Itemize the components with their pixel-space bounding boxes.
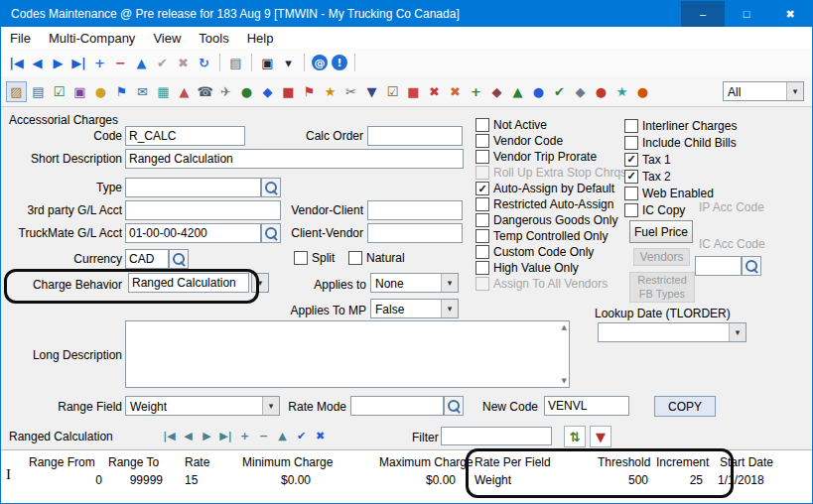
last-record-icon[interactable]: ▶| <box>69 54 88 72</box>
checkbox-tax-2[interactable]: ✓Tax 2 <box>624 168 737 185</box>
grid-cancel-icon[interactable]: ✖ <box>312 427 329 444</box>
checkbox-restricted-auto-assign[interactable]: Restricted Auto-Assign <box>475 196 626 212</box>
applies-to-dropdown[interactable]: None ▾ <box>370 273 459 293</box>
app-icon-3[interactable]: ☑ <box>50 82 68 101</box>
truckmate-gl-input[interactable] <box>125 223 261 243</box>
checkbox-interliner-charges[interactable]: Interliner Charges <box>624 117 737 134</box>
print-icon[interactable]: ▤ <box>226 54 245 72</box>
fuel-price-button[interactable]: Fuel Price <box>629 220 693 243</box>
app-icon-26[interactable]: ● <box>529 82 548 101</box>
app-icon-22[interactable]: ✖ <box>446 82 465 101</box>
split-checkbox[interactable]: Split <box>294 250 335 266</box>
long-description-textarea[interactable]: ▲ ▼ <box>125 320 570 388</box>
maximize-button[interactable]: □ <box>725 1 768 27</box>
app-icon-30[interactable]: ★ <box>612 82 631 101</box>
app-icon-9[interactable]: ▲ <box>175 82 194 101</box>
app-icon-11[interactable]: ✈ <box>216 82 235 101</box>
checkbox-vendor-trip-prorate[interactable]: Vendor Trip Prorate <box>475 149 626 165</box>
app-icon-25[interactable]: ▲ <box>508 82 527 101</box>
refresh-icon[interactable]: ↻ <box>195 54 213 72</box>
col-header-range-from[interactable]: Range From <box>29 455 95 469</box>
menu-help[interactable]: Help <box>238 28 283 49</box>
app-icon-5[interactable]: ● <box>91 82 110 101</box>
grid-last-icon[interactable]: ▶| <box>217 427 234 444</box>
col-header-rate[interactable]: Rate <box>185 455 209 469</box>
app-icon-20[interactable]: ■ <box>404 82 423 101</box>
app-icon-18[interactable]: ▼ <box>362 82 381 101</box>
currency-lookup-button[interactable] <box>169 249 189 269</box>
cell-maximum-charge[interactable]: $0.00 <box>384 473 456 487</box>
checkbox-temp-controlled-only[interactable]: Temp Controlled Only <box>475 228 626 244</box>
scroll-down-icon[interactable]: ▼ <box>562 377 567 385</box>
menu-view[interactable]: View <box>144 28 190 49</box>
codes-maintenance-icon[interactable]: ▨ <box>6 81 27 102</box>
checkbox-not-active[interactable]: Not Active <box>475 117 626 133</box>
insert-record-icon[interactable]: + <box>90 54 109 72</box>
checkbox-web-enabled[interactable]: Web Enabled <box>624 185 737 201</box>
col-header-maximum-charge[interactable]: Maximum Charge <box>379 455 474 469</box>
chevron-down-icon[interactable]: ▾ <box>262 397 279 415</box>
applies-to-mp-dropdown[interactable]: False ▾ <box>370 299 459 318</box>
cell-minimum-charge[interactable]: $0.00 <box>239 473 311 487</box>
app-icon-12[interactable]: ● <box>237 82 256 101</box>
remote-desktop-icon[interactable]: ▣ <box>258 54 277 72</box>
cell-rate[interactable]: 15 <box>185 473 198 487</box>
grid-filter-funnel-icon[interactable]: ▼ <box>590 426 611 447</box>
ic-acc-code-lookup-button[interactable] <box>742 256 761 276</box>
checkbox-tax-1[interactable]: ✓Tax 1 <box>624 151 737 168</box>
ic-acc-code-input[interactable] <box>695 256 742 276</box>
cell-range-to[interactable]: 99999 <box>98 473 163 487</box>
currency-input[interactable] <box>125 249 169 269</box>
charge-behavior-dropdown-button[interactable]: ▾ <box>251 273 269 293</box>
cell-rate-per-field[interactable]: Weight <box>474 473 511 487</box>
natural-checkbox[interactable]: Natural <box>348 250 405 266</box>
app-icon-15[interactable]: ⚑ <box>300 82 319 101</box>
app-icon-8[interactable]: ▦ <box>154 82 173 101</box>
grid-next-icon[interactable]: ▶ <box>199 427 215 444</box>
type-input[interactable] <box>125 178 261 197</box>
third-party-gl-input[interactable] <box>125 200 281 220</box>
grid-first-icon[interactable]: |◀ <box>161 427 178 444</box>
col-header-increment[interactable]: Increment <box>656 455 709 469</box>
menu-multi-company[interactable]: Multi-Company <box>40 28 144 49</box>
cell-threshold[interactable]: 500 <box>595 473 648 487</box>
edit-record-icon[interactable]: ▲ <box>132 54 151 72</box>
chevron-down-icon[interactable]: ▾ <box>729 323 745 341</box>
menu-file[interactable]: File <box>1 28 40 49</box>
post-edit-icon[interactable]: ✔ <box>153 54 172 72</box>
chevron-down-icon[interactable]: ▾ <box>441 300 458 317</box>
col-header-threshold[interactable]: Threshold <box>598 455 650 469</box>
grid-post-icon[interactable]: ✔ <box>293 427 310 444</box>
type-lookup-button[interactable] <box>261 178 281 197</box>
vendor-client-input[interactable] <box>367 200 463 220</box>
app-icon-6[interactable]: ⚑ <box>112 82 131 101</box>
grid-edit-icon[interactable]: ▲ <box>274 427 291 444</box>
new-code-input[interactable] <box>544 396 629 416</box>
delete-record-icon[interactable]: − <box>111 54 130 72</box>
col-header-start-date[interactable]: Start Date <box>720 455 773 469</box>
minimize-button[interactable]: – <box>681 1 725 27</box>
cancel-edit-icon[interactable]: ✖ <box>174 54 193 72</box>
app-icon-28[interactable]: ◆ <box>571 82 590 101</box>
cell-start-date[interactable]: 1/1/2018 <box>718 473 764 487</box>
web-link-icon[interactable]: @ <box>312 55 328 70</box>
grid-delete-icon[interactable]: − <box>255 427 272 444</box>
range-field-dropdown[interactable]: Weight ▾ <box>125 396 280 416</box>
app-icon-10[interactable]: ☎ <box>196 82 214 101</box>
app-icon-7[interactable]: ✉ <box>133 82 152 101</box>
prior-record-icon[interactable]: ◀ <box>28 54 47 72</box>
scroll-up-icon[interactable]: ▲ <box>562 323 567 331</box>
app-icon-21[interactable]: ✖ <box>425 82 444 101</box>
app-icon-29[interactable]: ● <box>592 82 610 101</box>
checkbox-high-value-only[interactable]: High Value Only <box>475 260 626 276</box>
first-record-icon[interactable]: |◀ <box>7 54 26 72</box>
cell-range-from[interactable]: 0 <box>29 473 102 487</box>
checkbox-include-child-bills[interactable]: Include Child Bills <box>624 134 737 151</box>
app-icon-2[interactable]: ▤ <box>29 82 48 101</box>
app-icon-14[interactable]: ■ <box>279 82 298 101</box>
next-record-icon[interactable]: ▶ <box>49 54 68 72</box>
app-icon-19[interactable]: ☑ <box>383 82 402 101</box>
col-header-minimum-charge[interactable]: Minimum Charge <box>242 455 333 469</box>
col-header-range-to[interactable]: Range To <box>108 455 159 469</box>
app-icon-16[interactable]: ★ <box>321 82 339 101</box>
